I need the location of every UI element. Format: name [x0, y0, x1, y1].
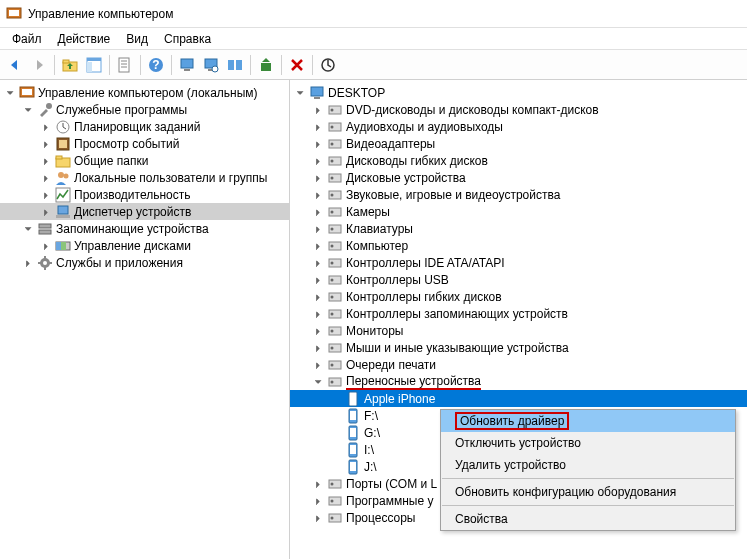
- expander-icon[interactable]: [312, 240, 324, 252]
- device-category-8[interactable]: Компьютер: [290, 237, 747, 254]
- expander-icon[interactable]: [330, 410, 342, 422]
- device-item-16-0[interactable]: Apple iPhone: [290, 390, 747, 407]
- expander-icon[interactable]: [312, 342, 324, 354]
- expander-icon[interactable]: [40, 138, 52, 150]
- cat-icon: [327, 204, 343, 220]
- tree-label: Аудиовходы и аудиовыходы: [346, 120, 503, 134]
- expander-icon[interactable]: [312, 155, 324, 167]
- device-category-7[interactable]: Клавиатуры: [290, 220, 747, 237]
- left-node-0[interactable]: Служебные программы: [0, 101, 289, 118]
- expander-icon[interactable]: [294, 87, 306, 99]
- expander-icon[interactable]: [312, 274, 324, 286]
- expander-icon[interactable]: [4, 87, 16, 99]
- up-button[interactable]: [59, 54, 81, 76]
- expander-icon[interactable]: [330, 427, 342, 439]
- expander-icon[interactable]: [40, 155, 52, 167]
- cat-icon: [327, 187, 343, 203]
- forward-button[interactable]: [28, 54, 50, 76]
- expander-icon[interactable]: [312, 104, 324, 116]
- back-button[interactable]: [4, 54, 26, 76]
- expander-icon[interactable]: [312, 223, 324, 235]
- left-node-2[interactable]: Службы и приложения: [0, 254, 289, 271]
- device-category-15[interactable]: Очереди печати: [290, 356, 747, 373]
- device-category-2[interactable]: Видеоадаптеры: [290, 135, 747, 152]
- device-category-5[interactable]: Звуковые, игровые и видеоустройства: [290, 186, 747, 203]
- device-category-1[interactable]: Аудиовходы и аудиовыходы: [290, 118, 747, 135]
- expander-icon[interactable]: [40, 240, 52, 252]
- dm-view1-button[interactable]: [176, 54, 198, 76]
- expander-icon[interactable]: [312, 291, 324, 303]
- context-menu-item-4[interactable]: Обновить конфигурацию оборудования: [441, 481, 735, 503]
- device-category-14[interactable]: Мыши и иные указывающие устройства: [290, 339, 747, 356]
- device-category-9[interactable]: Контроллеры IDE ATA/ATAPI: [290, 254, 747, 271]
- expander-icon[interactable]: [312, 189, 324, 201]
- svg-point-49: [331, 142, 334, 145]
- context-menu-item-2[interactable]: Удалить устройство: [441, 454, 735, 476]
- dm-update-button[interactable]: [255, 54, 277, 76]
- toolbar-separator: [109, 55, 110, 75]
- tree-label: Порты (COM и L: [346, 477, 437, 491]
- expander-icon[interactable]: [312, 478, 324, 490]
- tree-label: Локальные пользователи и группы: [74, 171, 267, 185]
- left-child-0-1[interactable]: Просмотр событий: [0, 135, 289, 152]
- device-category-3[interactable]: Дисководы гибких дисков: [290, 152, 747, 169]
- expander-icon[interactable]: [312, 512, 324, 524]
- expander-icon[interactable]: [40, 189, 52, 201]
- show-hide-console-button[interactable]: [83, 54, 105, 76]
- expander-icon[interactable]: [22, 257, 34, 269]
- left-child-1-0[interactable]: Управление дисками: [0, 237, 289, 254]
- svg-rect-20: [261, 63, 271, 71]
- device-category-10[interactable]: Контроллеры USB: [290, 271, 747, 288]
- menu-file[interactable]: Файл: [4, 30, 50, 48]
- device-category-11[interactable]: Контроллеры гибких дисков: [290, 288, 747, 305]
- expander-icon[interactable]: [312, 376, 324, 388]
- device-root[interactable]: DESKTOP: [290, 84, 747, 101]
- cat-icon: [327, 510, 343, 526]
- expander-icon[interactable]: [330, 444, 342, 456]
- expander-icon[interactable]: [312, 359, 324, 371]
- menu-help[interactable]: Справка: [156, 30, 219, 48]
- dm-view2-button[interactable]: [200, 54, 222, 76]
- menu-action[interactable]: Действие: [50, 30, 119, 48]
- delete-button[interactable]: [286, 54, 308, 76]
- device-category-12[interactable]: Контроллеры запоминающих устройств: [290, 305, 747, 322]
- expander-icon[interactable]: [330, 461, 342, 473]
- device-category-13[interactable]: Мониторы: [290, 322, 747, 339]
- expander-icon[interactable]: [312, 495, 324, 507]
- left-child-0-4[interactable]: Производительность: [0, 186, 289, 203]
- expander-icon[interactable]: [330, 393, 342, 405]
- expander-icon[interactable]: [312, 172, 324, 184]
- expander-icon[interactable]: [312, 138, 324, 150]
- svg-point-41: [43, 261, 47, 265]
- device-category-4[interactable]: Дисковые устройства: [290, 169, 747, 186]
- context-menu-item-6[interactable]: Свойства: [441, 508, 735, 530]
- expander-icon[interactable]: [312, 206, 324, 218]
- menu-view[interactable]: Вид: [118, 30, 156, 48]
- device-category-16[interactable]: Переносные устройства: [290, 373, 747, 390]
- left-node-1[interactable]: Запоминающие устройства: [0, 220, 289, 237]
- left-root[interactable]: Управление компьютером (локальным): [0, 84, 289, 101]
- expander-icon[interactable]: [22, 104, 34, 116]
- expander-icon[interactable]: [22, 223, 34, 235]
- dm-view3-button[interactable]: [224, 54, 246, 76]
- context-menu-item-1[interactable]: Отключить устройство: [441, 432, 735, 454]
- expander-icon[interactable]: [40, 206, 52, 218]
- device-category-6[interactable]: Камеры: [290, 203, 747, 220]
- left-child-0-0[interactable]: Планировщик заданий: [0, 118, 289, 135]
- toolbar-separator: [281, 55, 282, 75]
- expander-icon[interactable]: [312, 325, 324, 337]
- scan-hardware-button[interactable]: [317, 54, 339, 76]
- help-button[interactable]: ?: [145, 54, 167, 76]
- expander-icon[interactable]: [312, 308, 324, 320]
- expander-icon[interactable]: [40, 121, 52, 133]
- left-child-0-2[interactable]: Общие папки: [0, 152, 289, 169]
- context-menu-item-0[interactable]: Обновить драйвер: [441, 410, 735, 432]
- expander-icon[interactable]: [312, 121, 324, 133]
- device-category-0[interactable]: DVD-дисководы и дисководы компакт-дисков: [290, 101, 747, 118]
- left-child-0-3[interactable]: Локальные пользователи и группы: [0, 169, 289, 186]
- expander-icon[interactable]: [312, 257, 324, 269]
- properties-button[interactable]: [114, 54, 136, 76]
- cat-icon: [327, 272, 343, 288]
- expander-icon[interactable]: [40, 172, 52, 184]
- left-child-0-5[interactable]: Диспетчер устройств: [0, 203, 289, 220]
